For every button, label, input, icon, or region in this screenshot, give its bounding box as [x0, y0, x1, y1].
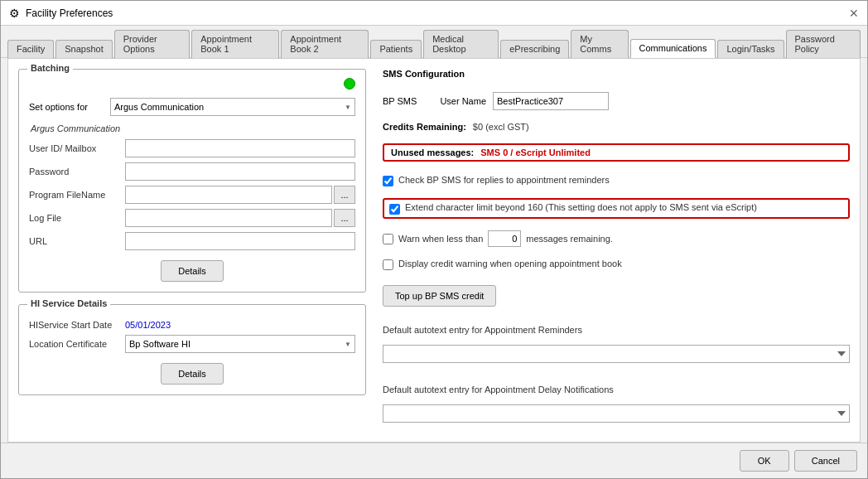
tab-login-tasks[interactable]: Login/Tasks — [717, 40, 784, 58]
credits-row: Credits Remaining: $0 (excl GST) — [383, 122, 850, 132]
title-bar: ⚙ Facility Preferences ✕ — [1, 1, 867, 26]
program-filename-label: Program FileName — [29, 190, 120, 200]
credits-value: $0 (excl GST) — [473, 122, 529, 132]
set-options-select[interactable]: Argus Communication — [110, 98, 355, 116]
extend-char-limit-box: Extend character limit beyond 160 (This … — [383, 198, 850, 219]
cancel-button[interactable]: Cancel — [794, 450, 857, 472]
location-cert-row: Location Certificate Bp Software HI — [29, 335, 355, 353]
batching-details-btn-row: Details — [29, 255, 355, 282]
hi-start-date-value: 05/01/2023 — [125, 320, 171, 330]
tab-appt-book-2[interactable]: Appointment Book 2 — [281, 30, 369, 58]
check-bp-sms-label: Check BP SMS for replies to appointment … — [398, 175, 610, 185]
batching-label: Batching — [27, 63, 73, 73]
sms-section-label: SMS Configuration — [383, 69, 850, 79]
autotext-delay-select[interactable] — [383, 404, 850, 423]
ok-button[interactable]: OK — [740, 450, 789, 472]
bp-sms-row: BP SMS User Name — [383, 92, 850, 110]
password-label: Password — [29, 167, 120, 177]
hi-start-date-label: HIService Start Date — [29, 320, 120, 330]
close-button[interactable]: ✕ — [847, 7, 861, 20]
hi-start-date-row: HIService Start Date 05/01/2023 — [29, 320, 355, 330]
display-credit-row: Display credit warning when opening appo… — [383, 259, 850, 270]
tab-medical-desktop[interactable]: Medical Desktop — [423, 30, 499, 58]
program-filename-input[interactable] — [125, 186, 332, 204]
url-label: URL — [29, 236, 120, 246]
unused-messages-box: Unused messages: SMS 0 / eScript Unlimit… — [383, 143, 850, 162]
warn-suffix: messages remaining. — [526, 234, 613, 244]
tab-my-comms[interactable]: My Comms — [571, 30, 628, 58]
warn-label: Warn when less than — [398, 234, 483, 244]
program-filename-input-group: ... — [125, 186, 355, 204]
main-content: Batching Set options for Argus Communica… — [7, 58, 861, 443]
unused-messages-label: Unused messages: — [391, 148, 474, 157]
location-cert-select-wrapper: Bp Software HI — [125, 335, 355, 353]
extend-char-limit-label: Extend character limit beyond 160 (This … — [405, 202, 757, 212]
set-options-row: Set options for Argus Communication — [29, 98, 355, 116]
tab-password-policy[interactable]: Password Policy — [786, 30, 861, 58]
tab-bar: Facility Snapshot Provider Options Appoi… — [1, 26, 867, 58]
autotext-reminder-select[interactable] — [383, 345, 850, 363]
window-icon: ⚙ — [7, 7, 21, 20]
tab-snapshot[interactable]: Snapshot — [55, 40, 112, 58]
log-file-input[interactable] — [125, 209, 332, 227]
left-panel: Batching Set options for Argus Communica… — [18, 69, 366, 432]
autotext-reminder-label: Default autotext entry for Appointment R… — [383, 325, 850, 335]
tab-appt-book-1[interactable]: Appointment Book 1 — [191, 30, 279, 58]
unused-messages-value: SMS 0 / eScript Unlimited — [480, 148, 591, 157]
user-name-label: User Name — [440, 96, 486, 106]
log-file-row: Log File ... — [29, 209, 355, 227]
warn-row: Warn when less than messages remaining. — [383, 230, 850, 247]
program-filename-browse-button[interactable]: ... — [334, 186, 355, 204]
url-row: URL — [29, 232, 355, 250]
hi-service-group: HI Service Details HIService Start Date … — [18, 304, 366, 395]
batching-group: Batching Set options for Argus Communica… — [18, 69, 366, 293]
user-id-input[interactable] — [125, 139, 355, 157]
tab-facility[interactable]: Facility — [7, 40, 54, 58]
location-cert-label: Location Certificate — [29, 339, 120, 349]
tab-patients[interactable]: Patients — [370, 40, 422, 58]
log-file-browse-button[interactable]: ... — [334, 209, 355, 227]
set-options-label: Set options for — [29, 102, 104, 112]
extend-char-limit-checkbox[interactable] — [389, 204, 400, 215]
check-bp-sms-row: Check BP SMS for replies to appointment … — [383, 175, 850, 186]
status-indicator — [344, 78, 355, 90]
warn-checkbox[interactable] — [383, 234, 393, 244]
set-options-select-wrapper: Argus Communication — [110, 98, 355, 116]
check-bp-sms-checkbox[interactable] — [383, 176, 393, 186]
credits-label: Credits Remaining: — [383, 122, 466, 132]
batching-details-button[interactable]: Details — [161, 260, 224, 282]
log-file-input-group: ... — [125, 209, 355, 227]
password-row: Password — [29, 162, 355, 181]
footer: OK Cancel — [1, 443, 867, 478]
autotext-delay-label: Default autotext entry for Appointment D… — [383, 385, 850, 394]
url-input[interactable] — [125, 232, 355, 250]
window-title: Facility Preferences — [26, 7, 113, 19]
facility-preferences-window: ⚙ Facility Preferences ✕ Facility Snapsh… — [0, 0, 868, 479]
user-name-input[interactable] — [493, 92, 609, 110]
display-credit-label: Display credit warning when opening appo… — [398, 259, 622, 269]
warn-value-input[interactable] — [488, 230, 521, 247]
log-file-label: Log File — [29, 213, 120, 223]
program-filename-row: Program FileName ... — [29, 186, 355, 204]
user-id-row: User ID/ Mailbox — [29, 139, 355, 157]
tab-eprescribing[interactable]: ePrescribing — [500, 40, 569, 58]
display-credit-checkbox[interactable] — [383, 259, 393, 270]
tab-communications[interactable]: Communications — [630, 39, 716, 58]
topup-button[interactable]: Top up BP SMS credit — [383, 285, 496, 307]
password-input[interactable] — [125, 162, 355, 181]
hi-details-btn-row: Details — [29, 358, 355, 385]
tab-provider-options[interactable]: Provider Options — [114, 30, 190, 58]
argus-group-label: Argus Communication — [31, 123, 120, 133]
hi-service-label: HI Service Details — [27, 298, 110, 308]
user-id-label: User ID/ Mailbox — [29, 143, 120, 153]
location-cert-select[interactable]: Bp Software HI — [125, 335, 355, 353]
right-panel: SMS Configuration BP SMS User Name Credi… — [366, 69, 850, 432]
hi-details-button[interactable]: Details — [161, 363, 224, 385]
batching-header — [29, 78, 355, 90]
bp-sms-label: BP SMS — [383, 96, 417, 106]
